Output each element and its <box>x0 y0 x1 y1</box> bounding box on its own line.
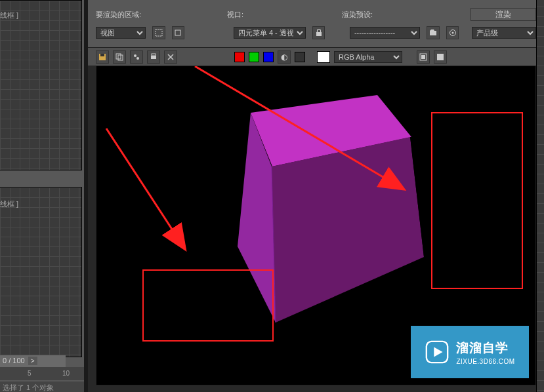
region-select-icon[interactable] <box>152 26 165 39</box>
svg-rect-3 <box>430 31 436 35</box>
save-icon[interactable] <box>96 50 109 64</box>
region-label: 要渲染的区域: <box>96 10 194 20</box>
preset-label: 渲染预设: <box>342 10 421 20</box>
close-icon[interactable] <box>164 50 177 64</box>
annotation-box-bottom <box>142 269 274 342</box>
copy-icon[interactable] <box>113 50 126 64</box>
preset-gear-icon[interactable] <box>446 26 459 39</box>
framebuffer-toolbar: ◐ RGB Alpha <box>88 48 544 66</box>
channel-dropdown[interactable]: RGB Alpha <box>334 51 402 63</box>
channel-green-swatch[interactable] <box>249 52 259 62</box>
time-display: 0 / 100 > <box>0 355 66 367</box>
quality-dropdown[interactable]: 产品级 <box>472 27 536 39</box>
grid-lines <box>0 1 81 170</box>
region-dropdown[interactable]: 视图 <box>96 27 146 39</box>
channel-red-swatch[interactable] <box>234 52 245 62</box>
svg-point-12 <box>136 57 139 60</box>
render-button[interactable]: 渲染 <box>471 8 536 21</box>
svg-rect-14 <box>152 54 156 56</box>
render-toolbar: 要渲染的区域: 视口: 渲染预设: 渲染 视图 四元菜单 4 - 透视 <box>88 0 544 48</box>
svg-point-6 <box>451 32 453 34</box>
left-viewport-panel: 线框 ] 线框 ] <box>0 0 85 392</box>
svg-rect-13 <box>151 56 156 59</box>
lock-icon[interactable] <box>312 26 325 39</box>
viewport-top-label: 线框 ] <box>0 10 18 20</box>
grid-lines <box>0 187 81 357</box>
svg-rect-19 <box>437 54 444 60</box>
svg-point-11 <box>134 54 136 57</box>
display-b-icon[interactable] <box>434 50 447 64</box>
viewport-dropdown[interactable]: 四元菜单 4 - 透视 <box>234 27 306 39</box>
region-crop-icon[interactable] <box>172 26 185 39</box>
time-next-icon[interactable]: > <box>28 357 37 365</box>
preset-load-icon[interactable] <box>427 26 440 39</box>
svg-rect-0 <box>156 29 162 36</box>
bg-swatch[interactable] <box>317 51 330 63</box>
watermark-play-icon <box>425 340 450 364</box>
ruler-mark: 10 <box>62 370 70 377</box>
watermark: 溜溜自学 ZIXUE.3D66.COM <box>411 326 529 378</box>
watermark-subtitle: ZIXUE.3D66.COM <box>456 358 514 365</box>
display-a-icon[interactable] <box>417 50 430 64</box>
svg-rect-18 <box>421 55 425 59</box>
timeline-ruler[interactable]: 5 10 <box>0 367 85 380</box>
status-bar: 选择了 1 个对象 <box>0 382 85 392</box>
svg-marker-4 <box>430 29 434 31</box>
viewport-label: 视口: <box>227 10 306 20</box>
alpha-swatch[interactable] <box>295 52 305 62</box>
render-output[interactable]: 溜溜自学 ZIXUE.3D66.COM <box>96 66 536 385</box>
svg-rect-1 <box>175 30 180 35</box>
watermark-title: 溜溜自学 <box>456 340 514 357</box>
channel-blue-swatch[interactable] <box>263 52 274 62</box>
svg-rect-8 <box>100 54 104 56</box>
annotation-box-right <box>431 112 523 289</box>
viewport-top[interactable]: 线框 ] <box>0 0 82 170</box>
print-icon[interactable] <box>147 50 160 64</box>
preset-dropdown[interactable]: ----------------- <box>350 27 420 39</box>
viewport-bottom[interactable]: 线框 ] <box>0 187 82 357</box>
svg-marker-21 <box>272 137 424 323</box>
mono-icon[interactable]: ◐ <box>278 50 291 64</box>
svg-marker-29 <box>434 347 443 357</box>
svg-rect-2 <box>316 32 322 36</box>
time-value: 0 / 100 <box>3 357 25 364</box>
clone-icon[interactable] <box>130 50 143 64</box>
render-window: 要渲染的区域: 视口: 渲染预设: 渲染 视图 四元菜单 4 - 透视 <box>88 0 544 392</box>
viewport-bottom-label: 线框 ] <box>0 199 18 209</box>
ruler-mark: 5 <box>28 370 31 377</box>
right-edge-panel <box>536 0 544 392</box>
